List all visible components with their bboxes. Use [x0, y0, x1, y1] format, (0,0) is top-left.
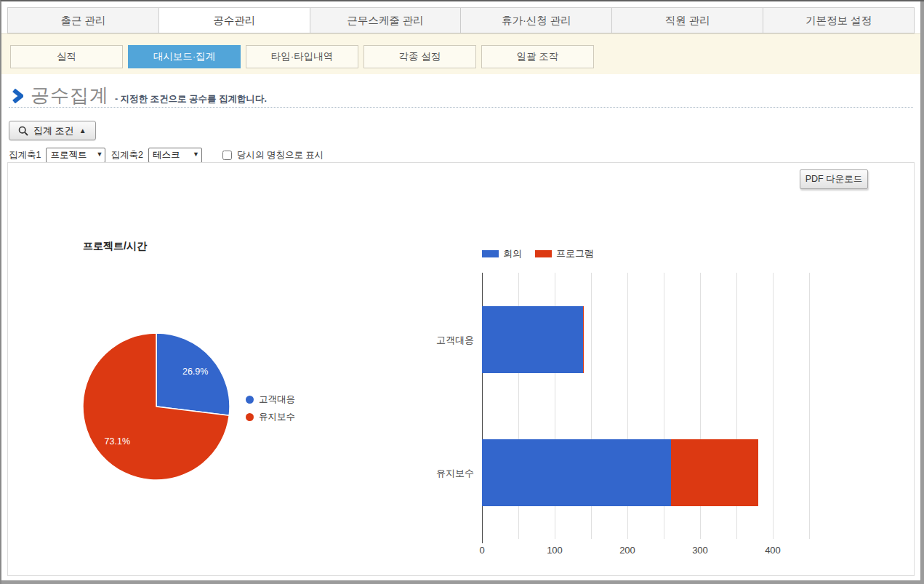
bar-segment-프로그램: [671, 439, 758, 506]
pie-legend-label: 유지보수: [259, 411, 295, 423]
axis2-select-wrap: 테스크 ▼: [148, 148, 202, 163]
bar-segment-회의: [482, 306, 583, 373]
bar-row-고객대응: [482, 306, 584, 373]
bar-category-label: 고객대응: [393, 334, 474, 347]
bar-category-label: 유지보수: [393, 467, 474, 480]
bar-legend-item: 프로그램: [535, 247, 594, 260]
x-axis-tick-label: 300: [682, 545, 718, 556]
bar-chart-plot-area: [482, 273, 809, 539]
pie-chart-title: 프로젝트/시간: [83, 240, 147, 253]
search-icon: [18, 126, 28, 136]
top-tab-2[interactable]: 근무스케줄 관리: [310, 7, 462, 33]
legend-swatch-icon: [482, 250, 499, 257]
sub-tab-2[interactable]: 타임·타입내역: [246, 45, 358, 68]
header-divider: [9, 107, 913, 108]
sub-tab-0[interactable]: 실적: [10, 45, 123, 68]
sub-nav: 실적대시보드·집계타임·타입내역각종 설정일괄 조작: [10, 45, 594, 68]
bar-chart-legend: 회의프로그램: [482, 247, 594, 260]
axis2-select[interactable]: 테스크: [148, 148, 202, 163]
axis1-label: 집계축1: [9, 149, 41, 161]
bar-legend-item: 회의: [482, 247, 522, 260]
bar-segment-프로그램: [583, 306, 584, 373]
bar-legend-label: 회의: [503, 247, 522, 260]
window-frame: 출근 관리공수관리근무스케줄 관리휴가·신청 관리직원 관리기본정보 설정 실적…: [0, 0, 924, 584]
gridline: [809, 273, 810, 539]
top-tab-0[interactable]: 출근 관리: [7, 7, 159, 33]
axis2-label: 집계축2: [111, 149, 142, 161]
x-axis-tick-label: 200: [609, 545, 646, 556]
pie-legend-item: 고객대응: [246, 393, 295, 406]
sub-tab-1[interactable]: 대시보드·집계: [128, 45, 241, 68]
x-axis-tick-label: 0: [464, 545, 500, 556]
legend-dot-icon: [246, 413, 254, 421]
gridline: [773, 273, 774, 539]
sub-tab-3[interactable]: 각종 설정: [363, 45, 476, 68]
filter-row: 집계축1 프로젝트 ▼ 집계축2 테스크 ▼ 당시의 명칭으로 표시: [9, 147, 324, 163]
page-subtitle: - 지정한 조건으로 공수를 집계합니다.: [115, 93, 267, 105]
pie-chart-legend: 고객대응유지보수: [246, 393, 295, 423]
pie-slice-label: 73.1%: [105, 436, 130, 447]
top-nav: 출근 관리공수관리근무스케줄 관리휴가·신청 관리직원 관리기본정보 설정: [7, 7, 915, 33]
x-axis-tick-label: 100: [537, 545, 573, 556]
aggregation-conditions-label: 집계 조건: [33, 124, 74, 137]
x-axis-tick-label: 400: [755, 545, 791, 556]
sub-tab-4[interactable]: 일괄 조작: [481, 45, 594, 68]
pie-legend-label: 고객대응: [259, 393, 295, 406]
top-tab-1[interactable]: 공수관리: [158, 7, 310, 33]
aggregation-conditions-button[interactable]: 집계 조건 ▲: [9, 121, 96, 140]
pie-legend-item: 유지보수: [246, 411, 295, 423]
original-name-checkbox[interactable]: [222, 151, 232, 160]
page-header: 공수집계 - 지정한 조건으로 공수를 집계합니다.: [12, 83, 267, 108]
axis1-select[interactable]: 프로젝트: [46, 148, 105, 163]
chevron-right-icon: [12, 89, 23, 103]
legend-dot-icon: [246, 396, 254, 404]
legend-swatch-icon: [535, 250, 552, 257]
pie-chart: 26.9%73.1%: [81, 331, 232, 482]
bar-row-유지보수: [482, 439, 758, 506]
page-title: 공수집계: [31, 83, 109, 108]
bar-segment-회의: [482, 439, 671, 506]
top-tab-5[interactable]: 기본정보 설정: [763, 7, 915, 33]
pie-slice-label: 26.9%: [182, 367, 208, 377]
top-tab-3[interactable]: 휴가·신청 관리: [460, 7, 612, 33]
bar-legend-label: 프로그램: [556, 247, 594, 260]
top-tab-4[interactable]: 직원 관리: [611, 7, 763, 33]
axis1-select-wrap: 프로젝트 ▼: [46, 148, 105, 163]
app-page: 출근 관리공수관리근무스케줄 관리휴가·신청 관리직원 관리기본정보 설정 실적…: [1, 1, 920, 580]
pdf-download-button[interactable]: PDF 다운로드: [800, 169, 868, 189]
original-name-checkbox-label[interactable]: 당시의 명칭으로 표시: [237, 149, 324, 161]
collapse-caret-icon: ▲: [79, 127, 87, 135]
